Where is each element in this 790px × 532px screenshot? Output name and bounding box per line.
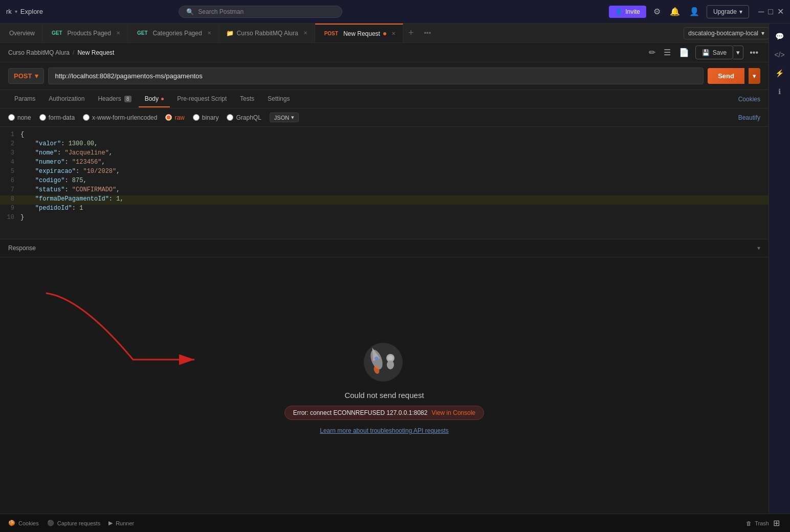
code-line-9: 9 "pedidoId": 1 [0,205,769,214]
status-grid-icon[interactable]: ⊞ [771,516,782,530]
breadcrumb-bar: Curso RabbitMQ Alura / New Request ✏ ☰ 📄… [0,43,769,62]
status-cookies[interactable]: 🍪 Cookies [8,520,39,526]
sidebar-lightning-icon[interactable]: ⚡ [771,64,789,82]
tab-new-request-label: New Request [343,30,380,37]
main-content: Curso RabbitMQ Alura / New Request ✏ ☰ 📄… [0,43,769,514]
response-section: Response ▾ [0,239,769,514]
close-button[interactable]: ✕ [777,7,784,16]
radio-graphql-input[interactable] [227,114,233,121]
more-options-icon[interactable]: ••• [748,46,760,59]
url-input[interactable] [48,68,704,84]
invite-button[interactable]: 👤 Invite [609,6,646,18]
tab-products[interactable]: GET Products Paged ✕ [42,24,128,43]
doc-icon[interactable]: 📄 [677,46,691,59]
tab-rabbitmq-close-icon[interactable]: ✕ [303,30,308,36]
workspace-abbr: rk [6,8,12,15]
save-dropdown-button[interactable]: ▾ [733,46,743,59]
send-button[interactable]: Send [708,68,744,84]
save-icon: 💾 [702,49,710,56]
response-body: Could not send request Error: connect EC… [0,257,769,514]
edit-icon[interactable]: ✏ [647,46,657,59]
code-line-2: 2 "valor": 1300.00, [0,140,769,149]
folder-icon: 📁 [226,30,234,37]
headers-count-badge: 8 [124,96,131,102]
response-chevron-icon[interactable]: ▾ [757,245,760,252]
radio-none[interactable]: none [8,114,31,121]
tab-tests[interactable]: Tests [234,91,260,107]
body-options: none form-data x-www-form-urlencoded raw… [0,108,769,127]
cookies-link[interactable]: Cookies [738,96,760,103]
breadcrumb-parent[interactable]: Curso RabbitMQ Alura [8,49,70,56]
beautify-button[interactable]: Beautify [738,114,760,121]
status-trash[interactable]: 🗑 Trash [746,520,769,526]
svg-point-7 [387,360,394,369]
arrow-annotation [41,288,235,390]
tab-new-request[interactable]: POST New Request ✕ [315,24,403,43]
tab-pre-request[interactable]: Pre-request Script [171,91,233,107]
avatar-icon[interactable]: 👤 [687,5,701,18]
workspace-chevron-icon: ▾ [15,9,17,14]
breadcrumb-current: New Request [77,49,114,56]
tab-products-method: GET [50,30,64,36]
radio-url-encoded[interactable]: x-www-form-urlencoded [83,114,157,121]
tab-new-request-close-icon[interactable]: ✕ [391,31,396,36]
workspace-selector[interactable]: rk ▾ Explore [6,8,43,15]
sidebar-info-icon[interactable]: ℹ [771,83,789,100]
status-capture[interactable]: ⚫ Capture requests [47,520,100,526]
radio-none-input[interactable] [8,114,15,121]
learn-more-link[interactable]: Learn more about troubleshooting API req… [320,427,449,434]
view-console-link[interactable]: View in Console [431,409,475,416]
sidebar-chat-icon[interactable]: 💬 [771,28,789,45]
bell-icon[interactable]: 🔔 [668,5,682,18]
upgrade-button[interactable]: Upgrade ▾ [707,5,749,18]
rocket-illustration [354,337,415,383]
workspace-dropdown[interactable]: dscatalog-bootcamp-local ▾ [684,27,769,39]
maximize-button[interactable]: □ [768,7,773,16]
code-line-10: 10 } [0,214,769,223]
status-runner[interactable]: ▶ Runner [108,520,134,526]
request-line: POST ▾ Send ▾ [0,62,769,90]
top-bar: rk ▾ Explore 🔍 Search Postman 👤 Invite ⚙… [0,0,790,24]
capture-label: Capture requests [57,520,100,526]
radio-binary-input[interactable] [193,114,200,121]
json-type-dropdown[interactable]: JSON ▾ [270,113,299,122]
tab-authorization[interactable]: Authorization [42,91,91,107]
tab-overview[interactable]: Overview [2,24,42,43]
error-title: Could not send request [344,391,424,400]
tab-categories-label: Categories Paged [153,30,202,37]
save-button-group: 💾 Save ▾ [695,46,743,59]
view-icon[interactable]: ☰ [662,46,673,59]
radio-form-data-input[interactable] [39,114,46,121]
tab-categories[interactable]: GET Categories Paged ✕ [128,24,219,43]
side-icons-panel: 💬 </> ⚡ ℹ [769,24,790,514]
tab-categories-close-icon[interactable]: ✕ [207,30,211,36]
radio-url-encoded-input[interactable] [83,114,90,121]
tab-products-close-icon[interactable]: ✕ [116,30,120,36]
tab-rabbitmq[interactable]: 📁 Curso RabbitMQ Alura ✕ [219,24,315,43]
minimize-button[interactable]: ─ [758,7,764,16]
radio-form-data[interactable]: form-data [39,114,75,121]
error-message: Error: connect ECONNREFUSED 127.0.0.1:80… [293,409,428,416]
send-dropdown-button[interactable]: ▾ [749,68,760,84]
radio-raw[interactable]: raw [165,114,184,121]
save-button[interactable]: 💾 Save [695,46,733,59]
breadcrumb-actions: ✏ ☰ 📄 💾 Save ▾ ••• [647,46,760,59]
tab-settings[interactable]: Settings [261,91,296,107]
tab-body[interactable]: Body [139,91,170,107]
radio-binary[interactable]: binary [193,114,219,121]
status-bar: 🍪 Cookies ⚫ Capture requests ▶ Runner 🗑 … [0,514,790,532]
search-bar[interactable]: 🔍 Search Postman [179,6,342,18]
radio-raw-input[interactable] [165,114,172,121]
tabs-overflow-button[interactable]: ••• [419,29,436,37]
json-dropdown-chevron-icon: ▾ [291,114,294,121]
tab-headers[interactable]: Headers 8 [92,91,137,107]
tab-params[interactable]: Params [8,91,41,107]
settings-icon[interactable]: ⚙ [651,5,663,18]
code-editor[interactable]: 1 { 2 "valor": 1300.00, 3 "nome": "Jacqu… [0,127,769,239]
radio-graphql[interactable]: GraphQL [227,114,261,121]
body-modified-dot [161,98,164,100]
sidebar-code-icon[interactable]: </> [771,46,789,63]
method-select[interactable]: POST ▾ [8,68,44,84]
add-tab-button[interactable]: + [403,28,419,38]
method-label: POST [14,72,32,80]
